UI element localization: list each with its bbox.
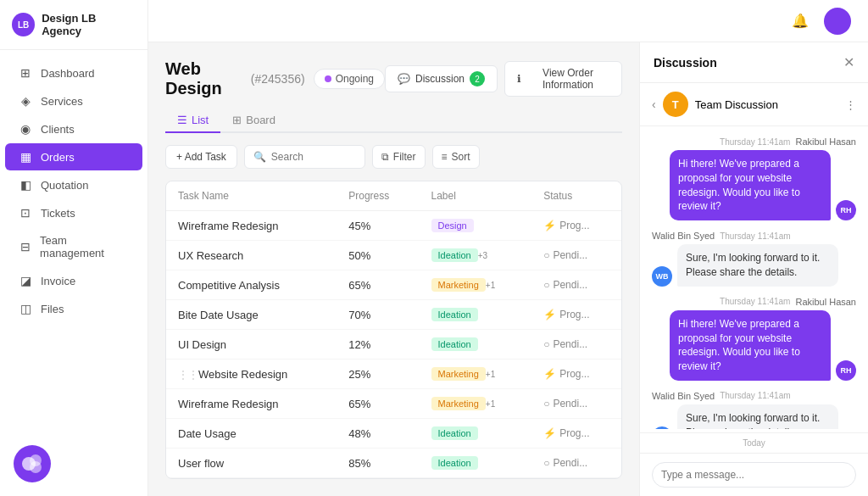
sidebar-item-clients[interactable]: ◉ Clients <box>5 115 142 142</box>
progress-cell: 12% <box>337 330 419 359</box>
footer-logo-svg <box>20 452 44 476</box>
message-bubble: Sure, I'm looking forward to it. Please … <box>677 404 838 429</box>
status-value: ⚡Prog... <box>543 309 609 320</box>
task-name: Date Usage <box>178 427 236 440</box>
add-task-label: + Add Task <box>176 151 226 163</box>
table-header: Task Name Progress Label Status <box>166 181 621 211</box>
status-icon: ⚡ <box>543 368 556 380</box>
message-input[interactable] <box>652 462 856 488</box>
team-icon: ⊟ <box>19 240 31 254</box>
sidebar-item-files[interactable]: ◫ Files <box>5 295 142 322</box>
message-group: Thursday 11:41amRakibul HasanHi there! W… <box>652 297 856 381</box>
sidebar: LB Design LB Agency ⊞ Dashboard ◈ Servic… <box>0 0 148 496</box>
task-name: Wireframe Redesign <box>178 398 279 410</box>
sidebar-label-files: Files <box>41 303 64 315</box>
close-discussion-button[interactable]: ✕ <box>843 54 854 70</box>
status-value: ○Pendi... <box>543 398 609 410</box>
sidebar-item-orders[interactable]: ▦ Orders <box>5 143 142 170</box>
table-row: User flow 85% Ideation ○Pendi... <box>166 449 621 478</box>
label-tag: Ideation <box>431 426 478 440</box>
progress-value: 85% <box>348 457 370 470</box>
tickets-icon: ⊡ <box>19 206 32 220</box>
message-bubble: Sure, I'm looking forward to it. Please … <box>677 244 838 287</box>
status-cell: ⚡Prog... <box>531 419 621 449</box>
task-name: UX Research <box>178 249 243 262</box>
message-avatar: WB <box>652 426 672 429</box>
filter-button[interactable]: ⧉ Filter <box>372 145 426 169</box>
col-label: Label <box>420 181 532 211</box>
message-meta: Walid Bin SyedThursday 11:41am <box>652 231 856 241</box>
tab-board[interactable]: ⊞ Board <box>220 109 287 133</box>
status-value: ⚡Prog... <box>543 427 609 439</box>
thread-name: Team Discussion <box>695 98 838 111</box>
message-meta: Thursday 11:41amRakibul Hasan <box>652 137 856 147</box>
sidebar-item-tickets[interactable]: ⊡ Tickets <box>5 199 142 226</box>
back-button[interactable]: ‹ <box>652 98 656 111</box>
add-task-button[interactable]: + Add Task <box>165 145 237 169</box>
discussion-button[interactable]: 💬 Discussion 2 <box>385 65 498 92</box>
table-row: Wireframe Redesign 65% Marketing+1 ○Pend… <box>166 389 621 419</box>
progress-value: 50% <box>348 249 370 262</box>
sidebar-item-team[interactable]: ⊟ Team management <box>5 227 142 266</box>
quotation-icon: ◧ <box>19 178 32 192</box>
col-task-name: Task Name <box>166 181 337 211</box>
clients-icon: ◉ <box>19 122 32 136</box>
title-group: Web Design (#245356) Ongoing <box>165 59 385 98</box>
label-cell: Ideation <box>420 330 532 359</box>
sender-avatar: RH <box>836 360 856 381</box>
topbar: 🔔 <box>148 0 868 42</box>
progress-cell: 50% <box>337 241 419 270</box>
msg-time: Thursday 11:41am <box>720 231 790 241</box>
tab-list[interactable]: ☰ List <box>165 109 220 133</box>
files-icon: ◫ <box>19 302 32 315</box>
view-order-button[interactable]: ℹ View Order Information <box>504 61 622 97</box>
page-id: (#245356) <box>251 72 305 86</box>
label-tag: Ideation <box>431 456 478 470</box>
message-bubble: Hi there! We've prepared a proposal for … <box>670 310 831 381</box>
sidebar-item-dashboard[interactable]: ⊞ Dashboard <box>5 59 142 86</box>
message-avatar: WB <box>652 266 672 287</box>
progress-cell: 48% <box>337 419 419 449</box>
discussion-count: 2 <box>470 71 485 86</box>
user-avatar[interactable] <box>824 8 851 35</box>
search-box[interactable]: 🔍 <box>244 145 365 169</box>
thread-more-button[interactable]: ⋮ <box>845 98 856 111</box>
view-order-label: View Order Information <box>526 67 609 91</box>
sidebar-item-quotation[interactable]: ◧ Quotation <box>5 171 142 198</box>
task-name: UI Design <box>178 338 226 351</box>
main-content: 🔔 Web Design (#245356) Ongoing 💬 <box>148 0 868 496</box>
progress-cell: 70% <box>337 300 419 330</box>
task-name: Website Redesign <box>198 368 287 381</box>
label-tag: Marketing <box>431 397 486 410</box>
table-row: ⋮⋮Website Redesign 25% Marketing+1 ⚡Prog… <box>166 359 621 389</box>
drag-handle[interactable]: ⋮⋮ <box>178 369 198 381</box>
task-name-cell: Bite Date Usage <box>166 300 337 330</box>
status-cell: ○Pendi... <box>531 330 621 359</box>
status-icon: ⚡ <box>543 309 556 320</box>
status-cell: ↻Revie... <box>531 478 621 480</box>
search-input[interactable] <box>271 151 356 163</box>
orders-icon: ▦ <box>19 150 32 164</box>
sidebar-item-invoice[interactable]: ◪ Invoice <box>5 267 142 294</box>
status-value: ⚡Prog... <box>543 368 609 380</box>
sender-avatar: RH <box>836 200 856 220</box>
board-icon: ⊞ <box>232 114 242 126</box>
message-bubble: Hi there! We've prepared a proposal for … <box>670 150 831 220</box>
sort-button[interactable]: ≡ Sort <box>432 145 480 169</box>
sidebar-item-services[interactable]: ◈ Services <box>5 87 142 114</box>
thread-avatar: T <box>663 92 688 117</box>
dashboard-icon: ⊞ <box>19 66 32 80</box>
notification-icon[interactable]: 🔔 <box>787 8 814 35</box>
label-tag: Marketing <box>431 367 486 381</box>
task-name-cell: ⋮⋮Website Redesign <box>166 359 337 389</box>
status-value: ○Pendi... <box>543 249 609 261</box>
status-icon: ○ <box>543 279 549 291</box>
sidebar-label-services: Services <box>41 95 83 108</box>
toolbar: + Add Task 🔍 ⧉ Filter ≡ Sort <box>165 145 622 169</box>
status-cell: ⚡Prog... <box>531 300 621 330</box>
progress-value: 65% <box>348 279 370 292</box>
sidebar-label-orders: Orders <box>41 151 75 164</box>
table-body: Wireframe Redesign 45% Design ⚡Prog... U… <box>166 211 621 480</box>
label-cell: Marketing+1 <box>420 359 532 389</box>
label-cell: Ideation+3 <box>420 241 532 270</box>
